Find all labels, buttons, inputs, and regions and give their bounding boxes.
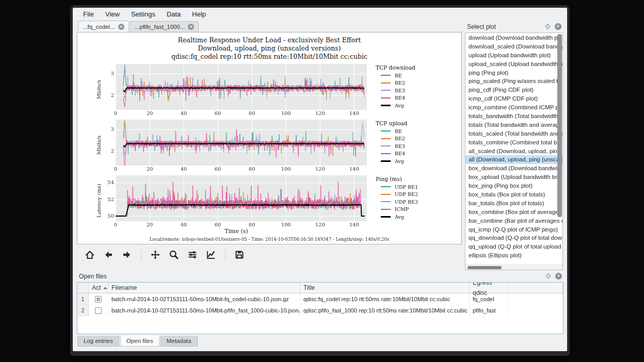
dock-float-icon[interactable] <box>545 24 551 29</box>
legend-swatch <box>381 194 391 195</box>
pan-button[interactable] <box>148 247 163 262</box>
plot-type-item[interactable]: box_combine (Box plot of averages of sev… <box>465 208 562 217</box>
plot-type-item[interactable]: ping (Ping plot) <box>465 69 562 77</box>
back-button[interactable] <box>101 247 116 262</box>
menu-data[interactable]: Data <box>162 9 186 20</box>
tcp-upload-legend: TCP uploadBEBE2BE3BE4Avg <box>371 118 448 165</box>
plot-type-item[interactable]: icmp_combine (Combined ICMP ping plot) <box>465 103 562 112</box>
plot-type-item[interactable]: box_ping (Ping box plot) <box>465 182 562 190</box>
legend-swatch <box>381 130 391 131</box>
row-number: 1 <box>77 293 89 305</box>
plot-type-item[interactable]: icmp_cdf (ICMP CDF plot) <box>465 94 562 103</box>
legend-swatch <box>381 186 391 187</box>
plot-type-item[interactable]: qq_icmp (Q-Q plot of ICMP pings) <box>465 225 562 234</box>
dock-close-icon[interactable]: ✕ <box>555 273 562 279</box>
zoom-to-rect-button[interactable] <box>166 247 182 262</box>
active-checkbox-cell[interactable] <box>89 305 108 316</box>
plot-type-item[interactable]: box_download (Download bandwidth box plo… <box>465 164 562 173</box>
plot-type-item[interactable]: all_scaled (Download, upload, ping (scal… <box>465 147 562 156</box>
figure-panel[interactable]: Realtime Response Under Load - exclusive… <box>77 32 462 244</box>
menu-help[interactable]: Help <box>187 9 211 20</box>
column-header-label: Act <box>92 283 101 293</box>
plot-type-item[interactable]: bar_combine (Bar plot of averages of sev… <box>465 217 562 225</box>
bottom-tab-metadata[interactable]: Metadata <box>160 336 198 347</box>
figure-footer-annotation: Local/remote: tohojo-testbed-01/testserv… <box>77 237 461 242</box>
document-tab-label: ...fq_codel... <box>83 24 115 30</box>
central-area: ...fq_codel...✕...pfifo_fast_1000...✕ Re… <box>73 21 567 270</box>
open-files-grid: ActFilenameTitleEgress qdisc1batch-rrul-… <box>77 283 563 316</box>
arrow-right-icon <box>122 250 132 260</box>
horizontal-scrollbar-thumb[interactable] <box>468 266 502 269</box>
dock-float-icon[interactable] <box>546 274 551 279</box>
menu-settings[interactable]: Settings <box>126 9 160 20</box>
plot-type-item[interactable]: totals (Total bandwidth and average ping… <box>465 121 562 129</box>
plot-type-item[interactable]: qq_upload (Q-Q plot of total upload band… <box>465 242 562 251</box>
legend-swatch <box>381 216 391 218</box>
plot-type-item[interactable]: totals_bandwidth (Total bandwidth) <box>465 112 562 121</box>
plot-type-item[interactable]: totals_scaled (Total bandwidth and avera… <box>465 129 562 138</box>
legend-item: Avg <box>371 102 448 109</box>
document-tab-1[interactable]: ...fq_codel...✕ <box>78 21 129 32</box>
horizontal-scrollbar-track[interactable] <box>465 265 562 270</box>
column-header-egress-qdisc[interactable]: Egress qdisc <box>470 283 508 293</box>
home-icon <box>85 250 95 260</box>
column-header-blank[interactable] <box>77 283 89 293</box>
tab-close-icon[interactable]: ✕ <box>118 24 124 30</box>
vertical-scrollbar-thumb[interactable] <box>557 34 562 217</box>
legend-item: UDP BE3 <box>371 198 448 206</box>
egress-qdisc-cell[interactable]: fq_codel <box>470 293 508 305</box>
document-tab-2[interactable]: ...pfifo_fast_1000...✕ <box>130 21 199 32</box>
menu-view[interactable]: View <box>100 9 125 20</box>
title-cell[interactable]: qdisc:pfifo_fast_1000 rep:10 rtt:50ms ra… <box>300 305 470 316</box>
edit-axes-button[interactable] <box>203 247 219 262</box>
save-button[interactable] <box>232 247 247 262</box>
plot-type-item[interactable]: ping_scaled (Ping w/axes scaled to remov… <box>465 77 562 86</box>
dock-close-icon[interactable]: ✕ <box>555 23 561 30</box>
plot-type-item[interactable]: ellipsis (Ellipsis plot) <box>465 251 562 260</box>
tcp-download-chart[interactable] <box>102 62 371 117</box>
select-plot-dock-title: Select plot <box>467 23 546 30</box>
column-header-filename[interactable]: Filename <box>108 283 300 293</box>
bottom-tab-open-files[interactable]: Open files <box>120 336 159 347</box>
plot-type-item[interactable]: box_upload (Upload bandwidth box plot) <box>465 173 562 182</box>
filename-cell[interactable]: batch-rrul-2014-10-02T153111-50ms-10Mbit… <box>108 293 300 305</box>
column-header-act[interactable]: Act <box>89 283 108 293</box>
active-checkbox-cell[interactable] <box>89 293 108 305</box>
forward-button[interactable] <box>119 247 135 262</box>
legend-series-label: BE3 <box>395 88 405 93</box>
legend-series-label: BE3 <box>395 143 405 149</box>
plot-type-item[interactable]: all (Download, upload, ping (unscaled ve… <box>465 155 562 164</box>
active-checkbox[interactable] <box>95 307 102 314</box>
desktop-background: FileViewSettingsDataHelp ...fq_codel...✕… <box>0 0 644 362</box>
tab-close-icon[interactable]: ✕ <box>188 24 194 30</box>
legend-series-label: Avg <box>395 214 404 220</box>
column-header-title[interactable]: Title <box>300 283 470 293</box>
open-files-table: ActFilenameTitleEgress qdisc1batch-rrul-… <box>77 282 564 334</box>
egress-qdisc-cell[interactable]: pfifo_fast <box>470 305 508 316</box>
ping-legend: Ping (ms)UDP BE1UDP BE2UDP BE3ICMPAvg <box>371 173 448 221</box>
menu-file[interactable]: File <box>78 9 99 20</box>
plot-type-item[interactable]: totals_combine (Combined total bandwidth… <box>465 138 562 147</box>
plot-type-item[interactable]: upload (Upload bandwidth plot) <box>465 51 562 60</box>
configure-subplots-button[interactable] <box>185 247 200 262</box>
legend-item: BE2 <box>371 79 448 87</box>
plot-type-item[interactable]: qq_download (Q-Q plot of total download … <box>465 234 562 242</box>
plot-type-item[interactable]: upload_scaled (Upload bandwidth w/axes s… <box>465 60 562 69</box>
plot-type-item[interactable]: ping_cdf (Ping CDF plot) <box>465 86 562 94</box>
tcp-upload-chart[interactable] <box>102 118 371 172</box>
title-cell[interactable]: qdisc:fq_codel rep:10 rtt:50ms rate:10Mb… <box>300 293 470 305</box>
column-header-blank[interactable] <box>508 283 563 293</box>
select-plot-dock-header: Select plot ✕ <box>465 22 563 31</box>
bottom-tab-log-entries[interactable]: Log entries <box>77 336 119 347</box>
plot-type-item[interactable]: bar_totals (Box plot of totals) <box>465 199 562 208</box>
legend-item: BE2 <box>371 135 448 143</box>
active-checkbox[interactable] <box>95 296 102 303</box>
plot-type-item[interactable]: download (Download bandwidth plot) <box>465 34 562 42</box>
ping-chart[interactable] <box>102 173 371 228</box>
legend-item: BE3 <box>371 87 448 94</box>
plot-type-item[interactable]: download_scaled (Download bandwidth w/ax… <box>465 42 562 51</box>
filler-cell <box>508 293 563 305</box>
home-button[interactable] <box>82 247 98 262</box>
plot-type-item[interactable]: box_totals (Box plot of totals) <box>465 190 562 199</box>
filename-cell[interactable]: batch-rrul-2014-10-02T153111-50ms-10Mbit… <box>108 305 300 316</box>
